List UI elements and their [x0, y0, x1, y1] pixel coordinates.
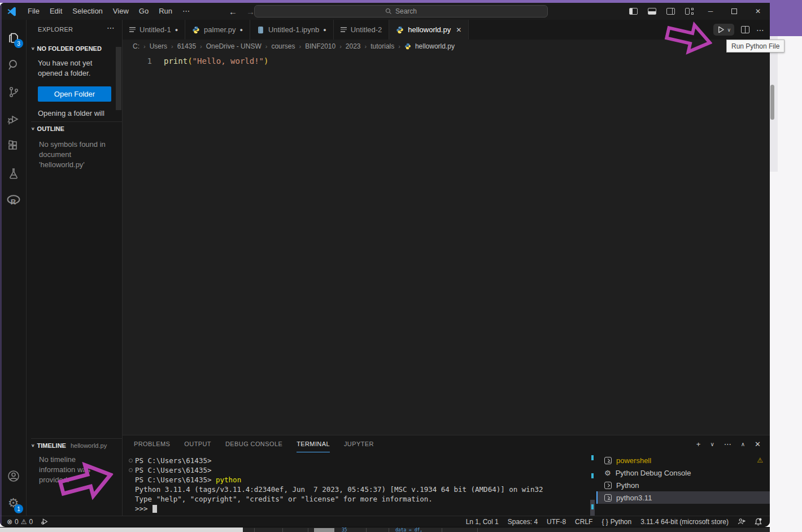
terminal-dropdown-icon[interactable]: ∨	[710, 441, 714, 447]
toggle-panel-icon[interactable]	[648, 8, 656, 15]
terminal-item-python-debug-console[interactable]: ⚙ Python Debug Console	[596, 466, 770, 479]
search-input[interactable]: Search	[254, 5, 548, 18]
menu-go[interactable]: Go	[134, 3, 154, 20]
breadcrumb-file[interactable]: helloworld.py	[415, 42, 455, 50]
language-mode[interactable]: { } Python	[602, 518, 631, 526]
grid-line	[254, 528, 255, 532]
terminal-item-python[interactable]: Python	[596, 479, 770, 491]
run-python-file-button[interactable]: ∨	[713, 24, 734, 36]
section-no-folder-opened[interactable]: ∨ NO FOLDER OPENED	[31, 42, 102, 55]
run-dropdown-chevron-icon[interactable]: ∨	[727, 27, 731, 33]
tab-untitled-1-ipynb[interactable]: Untitled-1.ipynb ●	[250, 20, 334, 40]
indentation[interactable]: Spaces: 4	[508, 518, 538, 526]
tab-untitled-1[interactable]: Untitled-1 ●	[123, 20, 185, 40]
menu-view[interactable]: View	[108, 3, 134, 20]
breadcrumb-item[interactable]: C:	[133, 42, 140, 50]
panel-tab-output[interactable]: OUTPUT	[184, 435, 211, 452]
new-terminal-icon[interactable]: +	[696, 440, 701, 448]
grid-line	[442, 528, 442, 532]
cursor-position[interactable]: Ln 1, Col 1	[466, 518, 499, 526]
breadcrumb-item[interactable]: courses	[271, 42, 295, 50]
activitybar-explorer[interactable]: 3	[0, 24, 27, 51]
explorer-badge: 3	[14, 39, 23, 48]
background-bottom-strip: 35 data = df,	[0, 527, 770, 532]
command-decoration-icon[interactable]	[129, 468, 133, 472]
outline-message: No symbols found in document 'helloworld…	[39, 139, 109, 170]
terminal-view[interactable]: PS C:\Users\61435> PS C:\Users\61435> PS…	[123, 452, 770, 516]
tab-close-icon[interactable]: ✕	[456, 26, 461, 34]
activitybar-r-extension[interactable]: R	[0, 187, 27, 213]
feedback-icon[interactable]	[738, 518, 746, 525]
dirty-dot-icon[interactable]: ●	[239, 27, 242, 33]
menu-run[interactable]: Run	[154, 3, 177, 20]
code-editor[interactable]: 1 print("Hello, world!")	[123, 53, 770, 435]
terminal-line: Type "help", "copyright", "credits" or "…	[126, 494, 543, 504]
section-timeline[interactable]: ∨ TIMELINE helloworld.py	[31, 438, 123, 451]
window-left-edge	[0, 3, 2, 527]
dirty-dot-icon[interactable]: ●	[323, 27, 326, 33]
terminal-item-python3-11[interactable]: python3.11	[596, 491, 770, 504]
maximize-panel-icon[interactable]: ∧	[741, 441, 745, 447]
customize-layout-icon[interactable]	[685, 8, 694, 15]
activitybar-run-debug[interactable]	[0, 106, 27, 132]
section-outline[interactable]: ∨ OUTLINE	[31, 121, 123, 134]
panel-tab-terminal[interactable]: TERMINAL	[297, 435, 330, 452]
toggle-sidebar-icon[interactable]	[629, 8, 638, 15]
panel-tab-jupyter[interactable]: JUPYTER	[344, 435, 374, 452]
activitybar-settings[interactable]: ⚙ 1	[0, 490, 27, 516]
editor-more-actions-icon[interactable]: ⋯	[756, 25, 764, 34]
breadcrumb-item[interactable]: BINF2010	[305, 42, 335, 50]
tab-palmer-py[interactable]: palmer.py ●	[185, 20, 250, 40]
breadcrumb-item[interactable]: 2023	[346, 42, 361, 50]
sidebar-more-icon[interactable]: ⋯	[107, 23, 115, 32]
activitybar-search[interactable]	[0, 51, 27, 78]
panel-tab-problems[interactable]: PROBLEMS	[134, 435, 170, 452]
chevron-down-icon: ∨	[31, 443, 35, 448]
grid-line	[389, 528, 389, 532]
close-panel-icon[interactable]: ✕	[755, 440, 761, 448]
menu-file[interactable]: File	[23, 3, 45, 20]
debug-launch-icon	[41, 518, 49, 525]
breadcrumb-item[interactable]: OneDrive - UNSW	[206, 42, 261, 50]
run-tooltip: Run Python File	[726, 40, 784, 53]
panel-more-icon[interactable]: ⋯	[724, 440, 731, 448]
tab-label: helloworld.py	[408, 25, 451, 34]
maximize-button[interactable]	[722, 3, 746, 20]
tab-untitled-2[interactable]: Untitled-2	[334, 20, 390, 40]
open-folder-button[interactable]: Open Folder	[38, 86, 111, 102]
python-interpreter[interactable]: 3.11.4 64-bit (microsoft store)	[640, 518, 729, 526]
dirty-dot-icon[interactable]: ●	[175, 27, 178, 33]
menu-overflow-icon[interactable]: ⋯	[177, 3, 195, 20]
menu-edit[interactable]: Edit	[45, 3, 67, 20]
sidebar-scrollbar[interactable]	[116, 47, 121, 110]
editor-group: Untitled-1 ● palmer.py ● Untitled-1.ipyn…	[123, 20, 770, 516]
debug-status[interactable]	[41, 518, 49, 525]
close-button[interactable]: ✕	[746, 3, 770, 20]
eol-sequence[interactable]: CRLF	[575, 518, 592, 526]
toggle-secondary-sidebar-icon[interactable]	[666, 8, 675, 15]
minimize-button[interactable]: ─	[699, 3, 722, 20]
search-icon	[385, 8, 392, 15]
panel-tab-debug-console[interactable]: DEBUG CONSOLE	[225, 435, 282, 452]
breadcrumb-item[interactable]: tutorials	[371, 42, 394, 50]
activitybar-testing[interactable]	[0, 160, 27, 186]
notifications-bell-icon[interactable]	[755, 518, 762, 526]
breadcrumb-separator-icon: ›	[143, 43, 146, 50]
problems-status[interactable]: ⊗ 0 ⚠ 0	[7, 518, 33, 526]
terminal-tabs-list: powershell ⚠ ⚙ Python Debug Console Pyth…	[596, 454, 770, 504]
menu-selection[interactable]: Selection	[67, 3, 107, 20]
split-editor-icon[interactable]	[741, 26, 749, 33]
activitybar-accounts[interactable]	[0, 463, 27, 489]
activitybar-extensions[interactable]	[0, 133, 27, 159]
breadcrumb-item[interactable]: 61435	[177, 42, 196, 50]
title-bar: File Edit Selection View Go Run ⋯ ← → Se…	[0, 3, 770, 20]
back-icon[interactable]: ←	[229, 7, 237, 16]
command-decoration-icon[interactable]	[129, 459, 133, 463]
activitybar-source-control[interactable]	[0, 79, 27, 105]
chevron-down-icon: ∨	[31, 127, 35, 131]
breadcrumb-item[interactable]: Users	[150, 42, 167, 50]
tab-helloworld-py[interactable]: helloworld.py ✕	[389, 20, 469, 40]
terminal-item-powershell[interactable]: powershell ⚠	[596, 454, 770, 466]
encoding[interactable]: UTF-8	[547, 518, 566, 526]
terminal-icon	[604, 457, 612, 464]
